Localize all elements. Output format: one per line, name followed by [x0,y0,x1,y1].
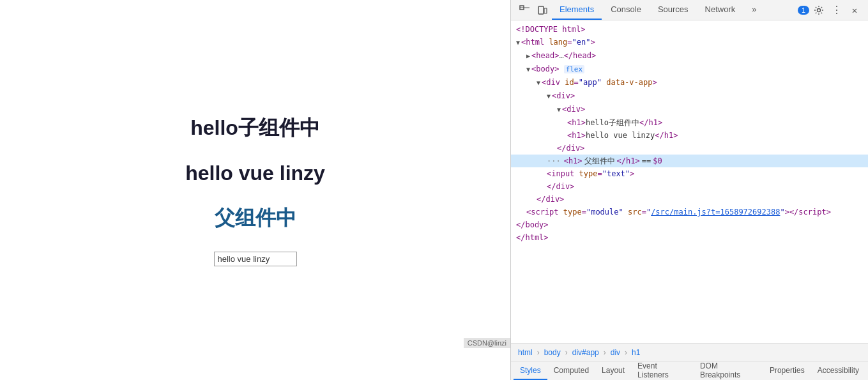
dom-input[interactable]: <input type="text"> [511,167,868,180]
devtools-panel: Elements Console Sources Network » 1 ⋮ ✕… [510,0,868,380]
svg-rect-2 [538,6,544,14]
notification-badge: 1 [798,6,809,15]
dom-html-close[interactable]: </html> [511,231,868,244]
dom-doctype[interactable]: <!DOCTYPE html> [511,23,868,36]
tab-styles[interactable]: Styles [514,361,547,380]
triangle-div2 [557,104,561,116]
dom-dots-left: ··· [547,155,561,167]
tab-console[interactable]: Console [603,0,649,20]
tab-properties[interactable]: Properties [763,361,811,380]
browser-content: hello子组件中 hello vue linzy 父组件中 CSDN@linz… [0,0,510,380]
dom-head[interactable]: <head>…</head> [511,49,868,63]
dom-equals: == [642,155,651,167]
breadcrumb-bar: html › body › div#app › div › h1 [511,343,868,361]
dom-div-close2[interactable]: </div> [511,180,868,193]
tab-computed[interactable]: Computed [547,361,595,380]
tab-sources[interactable]: Sources [650,0,696,20]
dom-body[interactable]: <body> flex [511,63,868,76]
close-devtools-icon[interactable]: ✕ [846,2,863,19]
dom-html[interactable]: <html lang="en"> [511,36,868,49]
svg-rect-3 [544,8,547,13]
tab-dom-breakpoints[interactable]: DOM Breakpoints [694,361,763,380]
watermark: CSDN@linzi [464,338,510,348]
breadcrumb-html[interactable]: html [516,347,535,358]
breadcrumb-body[interactable]: body [542,347,563,358]
devtools-topbar: Elements Console Sources Network » 1 ⋮ ✕ [511,0,868,20]
tab-layout[interactable]: Layout [595,361,631,380]
heading-parent-component: 父组件中 [215,204,296,232]
settings-icon[interactable] [811,2,827,19]
dom-div-2[interactable]: <div> [511,103,868,116]
more-tabs-icon: » [752,4,756,14]
dom-div-app[interactable]: <div id="app" data-v-app> [511,76,868,89]
dom-h1-vue[interactable]: <h1>hello vue linzy</h1> [511,129,868,142]
dom-div-1[interactable]: <div> [511,89,868,103]
dom-dollar0: $0 [653,155,662,167]
tab-accessibility[interactable]: Accessibility [811,361,865,380]
more-options-icon[interactable]: ⋮ [828,2,845,19]
heading-child-component: hello子组件中 [190,114,320,142]
dom-body-close[interactable]: </body> [511,218,868,231]
breadcrumb-h1[interactable]: h1 [630,347,642,358]
dom-div-close3[interactable]: </div> [511,193,868,206]
svg-point-4 [818,8,821,11]
triangle-div-app [537,77,540,89]
dom-script[interactable]: <script type="module" src="/src/main.js?… [511,206,868,218]
device-toolbar-icon[interactable] [534,2,551,19]
tab-elements[interactable]: Elements [552,0,602,20]
dom-h1-child[interactable]: <h1>hello子组件中</h1> [511,116,868,129]
dom-div-close1[interactable]: </div> [511,142,868,155]
tab-network[interactable]: Network [697,0,743,20]
tab-event-listeners[interactable]: Event Listeners [631,361,694,380]
triangle-html [516,37,520,49]
inspect-element-icon[interactable] [516,2,533,19]
script-src-link[interactable]: /src/main.js?t=1658972692388 [651,208,780,217]
devtools-right-controls: 1 ⋮ ✕ [798,2,863,19]
breadcrumb-div-app[interactable]: div#app [570,347,601,358]
triangle-head [526,50,530,62]
vue-linzy-input[interactable] [214,252,297,266]
dom-tree[interactable]: <!DOCTYPE html> <html lang="en"> <head>…… [511,20,868,343]
triangle-div1 [547,91,551,102]
triangle-body [526,64,530,75]
breadcrumb-div[interactable]: div [609,347,622,358]
bottom-tabs-bar: Styles Computed Layout Event Listeners D… [511,361,868,380]
flex-badge: flex [564,65,585,73]
tab-more[interactable]: » [744,0,764,20]
dom-h1-parent[interactable]: ··· <h1>父组件中</h1> == $0 [511,155,868,167]
heading-vue-linzy: hello vue linzy [185,162,325,185]
